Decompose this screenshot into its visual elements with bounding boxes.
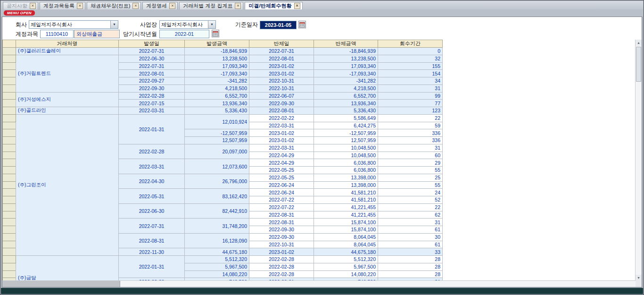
horizontal-scrollbar[interactable] [2,280,636,287]
collection-days-cell: 30 [378,233,443,241]
row-selector[interactable] [3,226,16,234]
period-start-calendar-button[interactable] [212,30,219,37]
scroll-up-icon[interactable]: ▲ [636,40,642,46]
row-selector[interactable] [3,219,16,226]
row-selector[interactable] [3,174,16,181]
settlement-date-cell: 2022-05-25 [249,174,314,181]
base-date-input[interactable]: 2023-01-05 [260,21,297,29]
tab-6[interactable]: 미결/반제회수현황× [245,2,302,9]
settlement-date-cell: 2023-01-02 [249,70,314,77]
tab-4[interactable]: 계정명세× [142,2,178,9]
collection-days-cell: 29 [378,159,443,167]
collection-days-cell: 31 [378,219,443,226]
settlement-date-cell: 2022-09-30 [249,226,314,234]
tab-5[interactable]: 거래처별 계정 집계표× [179,2,243,9]
tab-close-icon[interactable]: × [77,3,83,9]
calendar-icon [299,22,305,27]
collection-days-cell: 22 [378,114,443,122]
chevron-down-icon[interactable]: ▼ [110,21,118,28]
row-selector[interactable] [3,55,16,62]
row-selector[interactable] [3,196,16,204]
occurrence-date-cell: 2022-09-27 [119,77,185,85]
tab-close-icon[interactable]: × [30,3,36,9]
row-selector[interactable] [3,233,16,241]
tab-1[interactable]: 공지사항× [3,2,38,9]
collection-days-cell: 31 [378,144,443,152]
vertical-scrollbar[interactable]: ▲ ▼ [635,40,642,281]
tab-2[interactable]: 계정과목등록× [40,2,85,9]
menu-row: MENU OPEN [1,9,643,17]
collection-days-cell: 59 [378,122,443,129]
period-start-input[interactable]: 2022-01 [159,30,209,38]
settlement-amount-cell: 6,036,800 [314,159,378,167]
settlement-amount-cell: 44,675,180 [314,248,378,256]
row-selector[interactable] [3,270,16,278]
calendar-icon [213,31,218,36]
row-selector[interactable] [3,70,16,77]
settlement-date-cell: 2022-05-25 [249,167,314,174]
company-select[interactable]: 제일저지주식회사 ▼ [29,20,118,29]
row-selector[interactable] [3,152,16,159]
collection-days-cell: 60 [378,152,443,159]
row-selector[interactable] [3,114,16,122]
collection-days-cell: 32 [378,55,443,62]
settlement-amount-cell: 13,398,000 [314,174,378,181]
settlement-date-cell: 2023-01-02 [249,248,314,256]
company-value: 제일저지주식회사 [29,21,72,28]
row-selector[interactable] [3,92,16,100]
settlement-date-cell: 2022-04-29 [249,152,314,159]
settlement-date-cell: 2022-08-01 [249,107,314,115]
settlement-date-cell: 2022-06-24 [249,181,314,189]
settlement-date-cell: 2022-07-31 [249,48,314,55]
occurrence-date-cell: 2022-07-31 [119,48,185,55]
settlement-date-cell: 2022-06-24 [249,189,314,196]
row-selector[interactable] [3,167,16,174]
occurrence-amount-cell: 6,552,700 [185,92,249,100]
row-selector[interactable] [3,189,16,196]
base-date-calendar-button[interactable] [298,21,306,28]
row-selector[interactable] [3,137,16,144]
account-code-input[interactable]: 11100410 [40,30,74,38]
row-selector[interactable] [3,256,16,263]
site-select[interactable]: 제일저지주식회사 ▼ [159,20,216,29]
customer-name-cell: (주)그린조이 [16,114,119,255]
row-selector[interactable] [3,77,16,85]
row-selector[interactable] [3,84,16,92]
tab-close-icon[interactable]: × [235,3,241,9]
row-selector[interactable] [3,159,16,167]
collection-days-cell: 52 [378,196,443,204]
vertical-scrollbar-thumb[interactable] [636,47,641,82]
tab-close-icon[interactable]: × [169,3,175,9]
row-selector[interactable] [3,211,16,219]
row-selector[interactable] [3,107,16,115]
occurrence-amount-cell: -17,093,340 [185,70,249,77]
table-row: (주)거성에스지2022-02-286,552,7002022-06-076,5… [3,92,443,100]
row-selector[interactable] [3,181,16,189]
tab-bar: 공지사항×계정과목등록×채권채무장(전표)×계정명세×거래처별 계정 집계표×미… [1,1,643,10]
tab-3[interactable]: 채권채무장(전표)× [87,2,141,9]
settlement-amount-cell: 10,048,500 [314,144,378,152]
collection-days-cell: 99 [378,92,443,100]
account-label: 계정과목 [2,30,38,38]
occurrence-amount-cell: 5,967,500 [185,263,249,270]
row-selector[interactable] [3,129,16,137]
menu-open-button[interactable]: MENU OPEN [4,10,35,16]
row-selector[interactable] [3,62,16,70]
settlement-amount-cell: 5,967,500 [314,263,378,270]
settlement-date-cell: 2022-06-07 [249,92,314,100]
row-selector[interactable] [3,241,16,248]
row-selector[interactable] [3,263,16,270]
collection-days-cell: 28 [378,270,443,278]
scroll-down-icon[interactable]: ▼ [636,275,642,281]
tab-label: 계정과목등록 [43,2,74,9]
tab-close-icon[interactable]: × [294,3,300,9]
tab-close-icon[interactable]: × [132,3,139,9]
row-selector[interactable] [3,203,16,211]
row-selector[interactable] [3,122,16,129]
row-selector[interactable] [3,100,16,107]
row-selector[interactable] [3,48,16,55]
occurrence-amount-cell: 14,080,220 [185,270,249,278]
customer-name-cell: (주)거성에스지 [16,92,119,107]
row-selector[interactable] [3,248,16,256]
row-selector[interactable] [3,144,16,152]
